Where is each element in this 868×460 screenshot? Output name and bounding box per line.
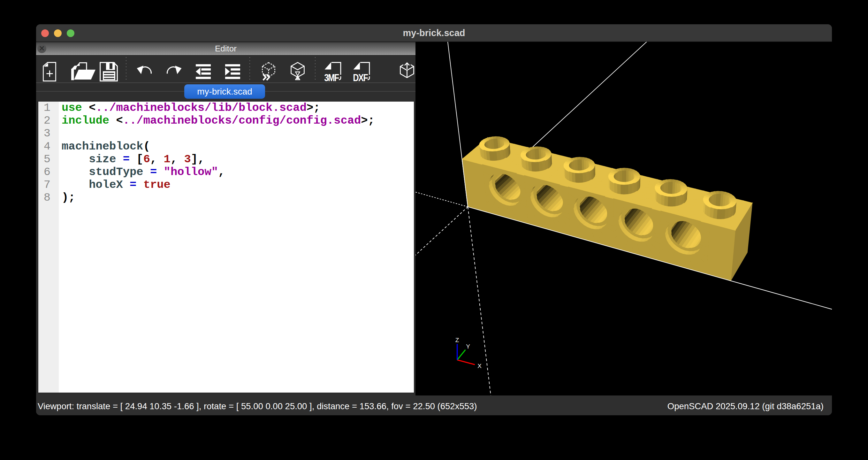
svg-text:X: X [477, 363, 482, 369]
svg-text:Z: Z [455, 337, 459, 343]
svg-text:Y: Y [466, 343, 470, 350]
